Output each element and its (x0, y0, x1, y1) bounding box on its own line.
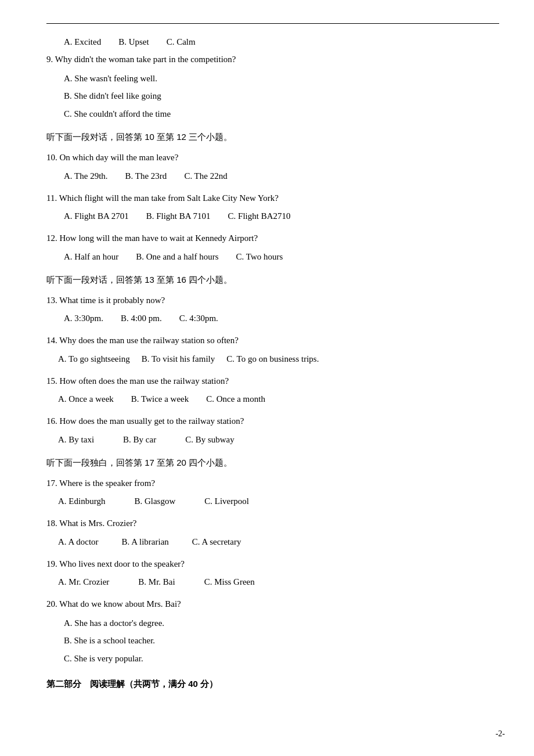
q14-option-a: A. To go sightseeing (58, 351, 130, 367)
q15-number: 15. (46, 376, 57, 386)
q14-options: A. To go sightseeing B. To visit his fam… (46, 351, 499, 367)
q8-option-c: C. Calm (167, 34, 196, 50)
q15-option-a: A. Once a week (58, 391, 114, 407)
q17-option-c: C. Liverpool (204, 494, 249, 509)
q13-options: A. 3:30pm. B. 4:00 pm. C. 4:30pm. (46, 311, 499, 326)
q11-option-c: C. Flight BA2710 (228, 208, 291, 224)
q10-option-b: B. The 23rd (125, 168, 167, 184)
q20-option-b: B. She is a school teacher. (46, 632, 499, 649)
q15-text: 15. How often does the man use the railw… (46, 373, 499, 390)
q11-number: 11. (46, 193, 57, 203)
q9-question: Why didn't the woman take part in the co… (55, 55, 236, 64)
q19-option-a: A. Mr. Crozier (58, 574, 109, 590)
q11-option-a: A. Flight BA 2701 (64, 208, 129, 224)
q12-option-c: C. Two hours (236, 249, 283, 265)
q11-option-b: B. Flight BA 7101 (146, 208, 211, 224)
q19-number: 19. (46, 559, 57, 568)
q10-option-c: C. The 22nd (184, 168, 227, 184)
q17-option-a: A. Edinburgh (58, 494, 105, 509)
question-15: 15. How often does the man use the railw… (46, 373, 499, 408)
q16-number: 16. (46, 416, 57, 426)
q17-option-b: B. Glasgow (134, 494, 175, 509)
q18-option-a: A. A doctor (58, 534, 99, 550)
q11-options: A. Flight BA 2701 B. Flight BA 7101 C. F… (46, 208, 499, 224)
q19-options: A. Mr. Crozier B. Mr. Bai C. Miss Green (46, 574, 499, 590)
section-header-3: 听下面一段独白，回答第 17 至第 20 四个小题。 (46, 455, 499, 470)
question-18: 18. What is Mrs. Crozier? A. A doctor B.… (46, 515, 499, 550)
q13-option-c: C. 4:30pm. (179, 311, 218, 326)
question-9: 9. Why didn't the woman take part in the… (46, 51, 499, 122)
q14-text: 14. Why does the man use the railway sta… (46, 332, 499, 349)
question-10: 10. On which day will the man leave? A. … (46, 149, 499, 184)
q9-text: 9. Why didn't the woman take part in the… (46, 51, 499, 68)
q12-option-a: A. Half an hour (64, 249, 118, 265)
q10-question: On which day will the man leave? (60, 153, 179, 162)
q15-options: A. Once a week B. Twice a week C. Once a… (46, 391, 499, 407)
q17-number: 17. (46, 478, 57, 488)
question-20: 20. What do we know about Mrs. Bai? A. S… (46, 596, 499, 667)
q20-option-c: C. She is very popular. (46, 650, 499, 667)
q16-options: A. By taxi B. By car C. By subway (46, 432, 499, 448)
q19-option-b: B. Mr. Bai (138, 574, 175, 590)
q16-option-a: A. By taxi (58, 432, 94, 448)
question-16: 16. How does the man usually get to the … (46, 413, 499, 448)
q16-option-c: C. By subway (185, 432, 234, 448)
q14-number: 14. (46, 336, 57, 345)
q15-option-c: C. Once a month (206, 391, 265, 407)
q9-option-a: A. She wasn't feeling well. (46, 70, 499, 87)
q18-option-c: C. A secretary (192, 534, 241, 550)
q15-question: How often does the man use the railway s… (60, 376, 229, 386)
q13-question: What time is it probably now? (59, 296, 165, 305)
q18-number: 18. (46, 519, 57, 528)
q14-option-b: B. To visit his family (142, 351, 215, 367)
q20-question: What do we know about Mrs. Bai? (59, 599, 181, 609)
q12-options: A. Half an hour B. One and a half hours … (46, 249, 499, 265)
section-header-2: 听下面一段对话，回答第 13 至第 16 四个小题。 (46, 272, 499, 287)
q14-option-c: C. To go on business trips. (226, 351, 319, 367)
q9-option-c: C. She couldn't afford the time (46, 106, 499, 123)
q12-question: How long will the man have to wait at Ke… (60, 233, 258, 243)
q13-text: 13. What time is it probably now? (46, 292, 499, 309)
q14-question: Why does the man use the railway station… (59, 336, 239, 345)
page-number: -2- (496, 729, 505, 739)
q8-option-b: B. Upset (118, 34, 149, 50)
question-12: 12. How long will the man have to wait a… (46, 230, 499, 265)
q13-option-a: A. 3:30pm. (64, 311, 103, 326)
q18-text: 18. What is Mrs. Crozier? (46, 515, 499, 532)
q16-question: How does the man usually get to the rail… (60, 416, 244, 426)
q8-option-a: A. Excited (64, 34, 101, 50)
q15-option-b: B. Twice a week (131, 391, 189, 407)
q17-text: 17. Where is the speaker from? (46, 475, 499, 492)
q19-text: 19. Who lives next door to the speaker? (46, 556, 499, 573)
top-divider (46, 23, 499, 24)
q20-number: 20. (46, 599, 57, 609)
q17-options: A. Edinburgh B. Glasgow C. Liverpool (46, 494, 499, 509)
question-11: 11. Which flight will the man take from … (46, 190, 499, 225)
question-13: 13. What time is it probably now? A. 3:3… (46, 292, 499, 327)
q12-text: 12. How long will the man have to wait a… (46, 230, 499, 247)
q13-option-b: B. 4:00 pm. (121, 311, 162, 326)
q19-option-c: C. Miss Green (204, 574, 255, 590)
q16-option-b: B. By car (123, 432, 156, 448)
q19-question: Who lives next door to the speaker? (59, 559, 185, 568)
q12-option-b: B. One and a half hours (136, 249, 218, 265)
q11-text: 11. Which flight will the man take from … (46, 190, 499, 207)
section-header-1: 听下面一段对话，回答第 10 至第 12 三个小题。 (46, 129, 499, 145)
q17-question: Where is the speaker from? (59, 478, 155, 488)
question-14: 14. Why does the man use the railway sta… (46, 332, 499, 367)
q11-question: Which flight will the man take from Salt… (59, 193, 279, 203)
q10-text: 10. On which day will the man leave? (46, 149, 499, 166)
q10-option-a: A. The 29th. (64, 168, 108, 184)
q8-options: A. Excited B. Upset C. Calm (46, 34, 499, 50)
q10-number: 10. (46, 153, 57, 162)
q18-question: What is Mrs. Crozier? (59, 519, 136, 528)
q20-text: 20. What do we know about Mrs. Bai? (46, 596, 499, 613)
q12-number: 12. (46, 233, 57, 243)
section-header-4: 第二部分 阅读理解（共两节，满分 40 分） (46, 676, 499, 692)
q13-number: 13. (46, 296, 57, 305)
q9-option-b: B. She didn't feel like going (46, 88, 499, 105)
q18-option-b: B. A librarian (122, 534, 169, 550)
q10-options: A. The 29th. B. The 23rd C. The 22nd (46, 168, 499, 184)
question-17: 17. Where is the speaker from? A. Edinbu… (46, 475, 499, 510)
q16-text: 16. How does the man usually get to the … (46, 413, 499, 430)
